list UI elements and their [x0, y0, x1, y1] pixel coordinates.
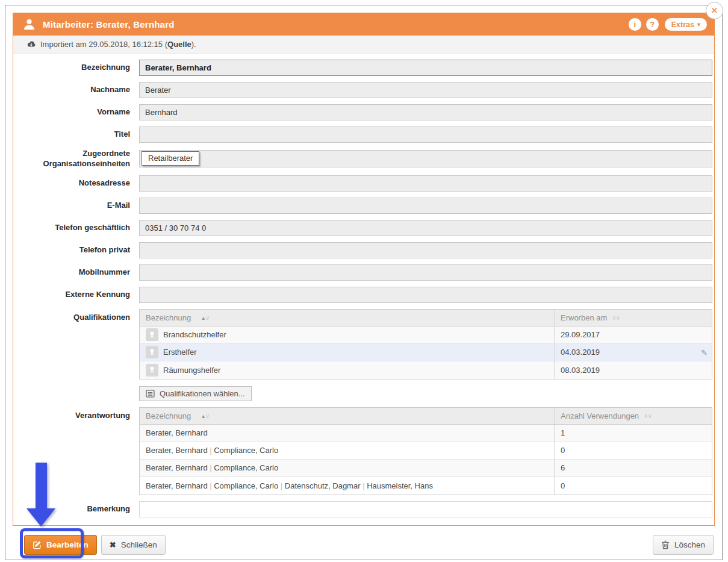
- responsibility-name: Berater, Bernhard | Compliance, Carlo: [146, 446, 278, 455]
- notesadresse-label: Notesadresse: [13, 178, 130, 189]
- column-header-bezeichnung[interactable]: Bezeichnung ▲∨: [140, 408, 555, 424]
- telefon-privat-label: Telefon privat: [13, 245, 130, 255]
- nachname-label: Nachname: [13, 85, 130, 95]
- form-row: Mobilnummer: [13, 264, 714, 281]
- form-row: Telefon geschäftlich: [13, 220, 714, 236]
- form-row: Bemerkung: [13, 501, 714, 517]
- notesadresse-input[interactable]: [139, 175, 712, 192]
- form-row: Titel: [13, 126, 714, 143]
- responsibility-count: 6: [561, 463, 565, 472]
- responsibility-name: Berater, Bernhard | Compliance, Carlo: [146, 463, 278, 472]
- edit-row-icon[interactable]: ✎: [701, 348, 708, 357]
- sort-desc-icon: ∨: [647, 413, 651, 419]
- qualification-row[interactable]: Brandschutzhelfer 29.09.2017: [140, 326, 712, 344]
- responsibility-table-header: Bezeichnung ▲∨ Anzahl Verwendungen ∧∨: [140, 408, 712, 425]
- footer-bar: Bearbeiten ✖ Schließen Löschen: [13, 526, 715, 561]
- qualification-name: Brandschutzhelfer: [163, 330, 226, 339]
- dialog-window: Mitarbeiter: Berater, Bernhard i ? Extra…: [5, 5, 723, 560]
- org-unit-chip[interactable]: Retailberater: [142, 151, 199, 166]
- sort-icons[interactable]: ∧∨: [644, 413, 652, 419]
- sort-icons[interactable]: ∧∨: [612, 314, 620, 321]
- help-button[interactable]: ?: [646, 18, 659, 31]
- organisationseinheiten-label: Zugeordnete Organisationseinheiten: [13, 149, 130, 169]
- responsibility-row[interactable]: Berater, Bernhard | Compliance, Carlo 0: [140, 442, 712, 460]
- help-icon: ?: [650, 20, 655, 29]
- ribbon-icon: [146, 364, 158, 376]
- chevron-down-icon: ▾: [697, 22, 700, 28]
- responsibility-section: Verantwortung Bezeichnung ▲∨ Anzahl Verw…: [13, 407, 714, 495]
- qualifications-label: Qualifikationen: [13, 309, 130, 323]
- import-notice-text: Importiert am 29.05.2018, 16:12:15 (Quel…: [40, 40, 196, 49]
- sort-icons[interactable]: ▲∨: [201, 413, 209, 419]
- titel-label: Titel: [13, 130, 130, 140]
- extras-label: Extras: [671, 20, 694, 29]
- responsibility-count: 0: [561, 481, 565, 490]
- sort-icons[interactable]: ▲∨: [201, 314, 209, 321]
- responsibility-count: 0: [561, 446, 565, 455]
- sort-desc-icon: ∨: [205, 413, 209, 419]
- form-row: Notesadresse: [13, 175, 714, 192]
- qualification-row[interactable]: Ersthelfer 04.03.2019✎: [140, 344, 712, 361]
- info-icon: i: [633, 20, 636, 29]
- import-source: Quelle: [167, 40, 191, 49]
- responsibility-row[interactable]: Berater, Bernhard | Compliance, Carlo 6: [140, 460, 712, 477]
- mobilnummer-label: Mobilnummer: [13, 267, 130, 278]
- import-notice-bar: Importiert am 29.05.2018, 16:12:15 (Quel…: [13, 36, 714, 54]
- qualifications-table: Bezeichnung ▲∨ Erworben am ∧∨ Brandschut…: [139, 309, 712, 379]
- mobilnummer-input[interactable]: [139, 264, 712, 281]
- qualification-date: 08.03.2019: [561, 366, 600, 375]
- responsibility-table: Bezeichnung ▲∨ Anzahl Verwendungen ∧∨ Be…: [139, 407, 712, 495]
- responsibility-row[interactable]: Berater, Bernhard 1: [140, 425, 712, 442]
- sort-asc-icon: ▲: [201, 315, 205, 321]
- form-row: Bezeichnung: [13, 60, 714, 76]
- telefon-geschaeftlich-label: Telefon geschäftlich: [13, 223, 130, 233]
- list-icon: [146, 390, 155, 398]
- titel-input[interactable]: [139, 126, 712, 143]
- form-content: Bezeichnung Nachname Vorname Titel Zugeo…: [13, 54, 714, 525]
- vorname-label: Vorname: [13, 107, 130, 117]
- responsibility-row[interactable]: Berater, Bernhard | Compliance, Carlo | …: [140, 477, 712, 495]
- delete-button[interactable]: Löschen: [653, 535, 714, 555]
- sort-desc-icon: ∨: [616, 314, 620, 321]
- window-close-button[interactable]: ✕: [706, 2, 723, 19]
- telefon-geschaeftlich-input[interactable]: [139, 220, 712, 236]
- organisationseinheiten-field[interactable]: Retailberater: [139, 150, 712, 167]
- email-input[interactable]: [139, 198, 712, 214]
- telefon-privat-input[interactable]: [139, 242, 712, 258]
- qualifications-table-header: Bezeichnung ▲∨ Erworben am ∧∨: [140, 310, 712, 326]
- bezeichnung-label: Bezeichnung: [13, 63, 130, 73]
- qualifications-section: Qualifikationen Bezeichnung ▲∨ Erworben …: [13, 309, 714, 401]
- qualification-row[interactable]: Räumungshelfer 08.03.2019: [140, 361, 712, 379]
- form-row: Zugeordnete Organisationseinheiten Retai…: [13, 149, 714, 169]
- form-row: Externe Kennung: [13, 287, 714, 303]
- responsibility-count: 1: [561, 428, 565, 437]
- info-button[interactable]: i: [629, 18, 641, 31]
- column-header-erworben-am[interactable]: Erworben am ∧∨: [555, 310, 712, 326]
- form-row: Vorname: [13, 104, 714, 120]
- qualification-date: 04.03.2019: [561, 348, 600, 357]
- bemerkung-input[interactable]: [139, 501, 712, 517]
- close-icon: ✕: [711, 6, 718, 15]
- trash-icon: [661, 540, 670, 549]
- qualification-name: Ersthelfer: [163, 348, 197, 357]
- column-header-bezeichnung[interactable]: Bezeichnung ▲∨: [140, 310, 555, 326]
- bezeichnung-input[interactable]: [139, 60, 712, 76]
- vorname-input[interactable]: [139, 104, 712, 120]
- sort-asc-icon: ▲: [201, 413, 205, 419]
- edit-pencil-icon: [33, 540, 42, 549]
- column-header-anzahl[interactable]: Anzahl Verwendungen ∧∨: [555, 408, 712, 424]
- qualification-date: 29.09.2017: [561, 330, 600, 339]
- choose-qualifications-button[interactable]: Qualifikationen wählen...: [139, 386, 252, 401]
- extras-button[interactable]: Extras ▾: [665, 18, 707, 31]
- employee-panel: Mitarbeiter: Berater, Bernhard i ? Extra…: [13, 13, 715, 526]
- user-icon: [22, 17, 36, 31]
- edit-button[interactable]: Bearbeiten: [24, 535, 97, 555]
- page-title: Mitarbeiter: Berater, Bernhard: [43, 19, 624, 30]
- close-button[interactable]: ✖ Schließen: [101, 535, 166, 555]
- responsibility-name: Berater, Bernhard: [146, 428, 208, 437]
- responsibility-label: Verantwortung: [13, 407, 130, 421]
- title-bar: Mitarbeiter: Berater, Bernhard i ? Extra…: [13, 13, 714, 36]
- nachname-input[interactable]: [139, 82, 712, 98]
- email-label: E-Mail: [13, 201, 130, 211]
- externe-kennung-input[interactable]: [139, 287, 712, 303]
